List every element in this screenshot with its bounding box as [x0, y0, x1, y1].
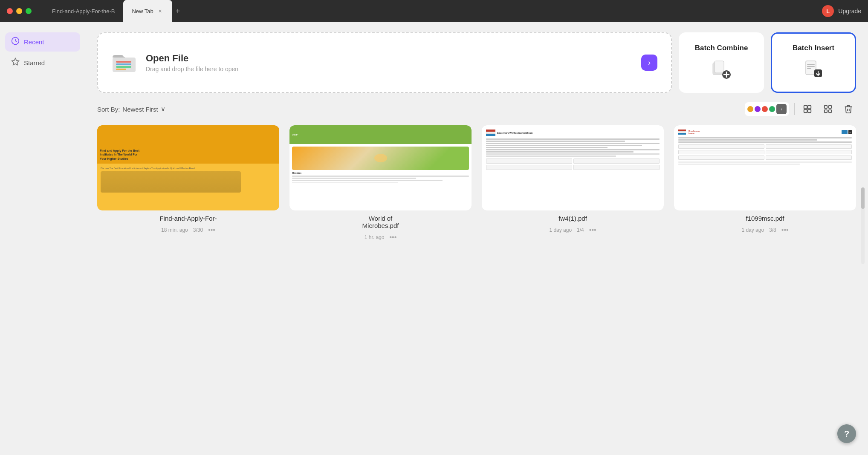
file-time-fw4: 1 day ago [549, 227, 572, 233]
file-meta-fw4: 1 day ago 1/4 ••• [549, 226, 596, 234]
open-file-arrow-button[interactable]: › [641, 55, 657, 71]
color-dot-red[interactable] [762, 106, 768, 112]
arrow-icon: › [648, 58, 651, 67]
recent-label: Recent [24, 38, 44, 46]
minimize-button[interactable] [16, 8, 22, 14]
batch-insert-label: Batch Insert [793, 44, 834, 52]
file-card-f1099[interactable]: MiscellaneousIncome ★ [674, 125, 856, 241]
svg-rect-24 [825, 110, 827, 112]
titlebar-right: L Upgrade [822, 5, 861, 17]
star-icon [11, 58, 20, 68]
file-card-microbes[interactable]: UBQP Microbes [289, 125, 472, 241]
sidebar-item-recent[interactable]: Recent [5, 32, 80, 52]
color-dot-orange[interactable] [747, 106, 753, 112]
file-more-fw4[interactable]: ••• [589, 226, 596, 234]
svg-rect-3 [116, 61, 131, 63]
app-container: Recent Starred [0, 22, 868, 455]
color-filter-strip[interactable]: ‹ [745, 102, 789, 116]
open-file-card[interactable]: Open File Drag and drop the file here to… [97, 32, 672, 93]
batch-insert-icon [802, 59, 825, 81]
sort-actions: ‹ [745, 101, 856, 117]
sort-by-label: Sort By: [97, 106, 120, 113]
grid-view-button[interactable] [800, 101, 815, 117]
file-more-microbes[interactable]: ••• [389, 233, 396, 241]
file-time-find: 18 min. ago [161, 227, 188, 233]
file-card-find[interactable]: Find and Apply For the BestInstitutes In… [97, 125, 279, 241]
traffic-lights [7, 8, 32, 14]
starred-label: Starred [24, 59, 45, 66]
list-view-button[interactable] [820, 101, 836, 117]
file-thumbnail-f1099: MiscellaneousIncome ★ [674, 125, 856, 210]
delete-button[interactable] [841, 101, 856, 117]
upgrade-button[interactable]: Upgrade [838, 8, 861, 14]
svg-rect-18 [804, 106, 807, 109]
svg-rect-25 [829, 110, 831, 112]
add-tab-button[interactable]: + [172, 0, 184, 22]
file-name-fw4: fw4(1).pdf [558, 215, 587, 222]
file-name-find: Find-and-Apply-For- [159, 215, 217, 222]
tab-new[interactable]: New Tab ✕ [123, 0, 172, 22]
color-dot-purple[interactable] [755, 106, 761, 112]
folder-icon [112, 52, 137, 74]
svg-rect-23 [829, 106, 831, 108]
file-pages-find: 3/30 [193, 227, 203, 233]
maximize-button[interactable] [26, 8, 32, 14]
file-more-f1099[interactable]: ••• [781, 226, 789, 234]
batch-combine-label: Batch Combine [695, 44, 748, 52]
file-card-fw4[interactable]: Employee's Withholding Certificate [482, 125, 664, 241]
open-file-subtitle: Drag and drop the file here to open [146, 66, 238, 72]
open-file-title: Open File [146, 53, 238, 64]
file-meta-find: 18 min. ago 3/30 ••• [161, 226, 215, 234]
help-button[interactable]: ? [837, 424, 856, 443]
file-grid: Find and Apply For the BestInstitutes In… [97, 125, 856, 241]
file-name-microbes: World ofMicrobes.pdf [362, 215, 399, 229]
file-meta-f1099: 1 day ago 3/8 ••• [741, 226, 788, 234]
batch-insert-card[interactable]: Batch Insert [771, 32, 856, 93]
tab-find[interactable]: Find-and-Apply-For-the-B [43, 0, 123, 22]
file-time-microbes: 1 hr. ago [365, 234, 385, 240]
file-pages-f1099: 3/8 [769, 227, 776, 233]
tab-close-icon[interactable]: ✕ [157, 8, 164, 14]
file-name-f1099: f1099msc.pdf [746, 215, 784, 222]
sidebar: Recent Starred [0, 22, 85, 455]
svg-rect-4 [116, 63, 131, 65]
tab-find-label: Find-and-Apply-For-the-B [52, 8, 115, 14]
svg-rect-21 [808, 109, 811, 112]
clock-icon [11, 37, 20, 47]
sort-chevron-icon: ∨ [161, 105, 165, 113]
main-content: Open File Drag and drop the file here to… [85, 22, 868, 455]
sidebar-item-starred[interactable]: Starred [5, 53, 80, 72]
color-dot-green[interactable] [769, 106, 775, 112]
tab-new-label: New Tab [132, 8, 153, 14]
titlebar: Find-and-Apply-For-the-B New Tab ✕ + L U… [0, 0, 868, 22]
file-meta-microbes: 1 hr. ago ••• [365, 233, 397, 241]
svg-marker-1 [12, 58, 19, 65]
tab-bar: Find-and-Apply-For-the-B New Tab ✕ + [43, 0, 183, 22]
sort-value: Newest First [122, 106, 158, 113]
scrollbar-thumb[interactable] [861, 187, 865, 209]
divider [794, 103, 795, 115]
top-actions: Open File Drag and drop the file here to… [97, 32, 856, 93]
batch-combine-icon [710, 59, 732, 81]
file-more-find[interactable]: ••• [208, 226, 215, 234]
open-file-text: Open File Drag and drop the file here to… [146, 53, 238, 72]
batch-combine-card[interactable]: Batch Combine [679, 32, 764, 93]
svg-rect-5 [116, 66, 131, 68]
svg-rect-20 [804, 109, 807, 112]
file-pages-fw4: 1/4 [577, 227, 584, 233]
file-time-f1099: 1 day ago [741, 227, 764, 233]
svg-rect-19 [808, 106, 811, 109]
file-thumbnail-fw4: Employee's Withholding Certificate [482, 125, 664, 210]
color-strip-collapse[interactable]: ‹ [776, 104, 787, 114]
user-avatar: L [822, 5, 834, 17]
sort-dropdown[interactable]: Sort By: Newest First ∨ [97, 105, 165, 113]
svg-rect-22 [825, 106, 827, 108]
sort-bar: Sort By: Newest First ∨ ‹ [97, 101, 856, 117]
scrollbar-track [861, 187, 865, 264]
svg-rect-8 [715, 61, 724, 73]
close-button[interactable] [7, 8, 13, 14]
file-thumbnail-microbes: UBQP Microbes [289, 125, 472, 210]
file-thumbnail-find: Find and Apply For the BestInstitutes In… [97, 125, 279, 210]
svg-rect-6 [116, 69, 126, 70]
